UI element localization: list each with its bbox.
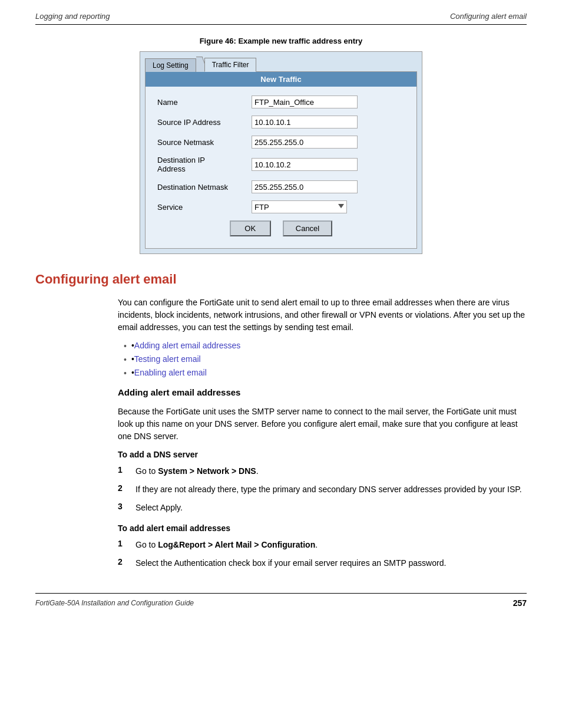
label-name: Name [157,98,252,107]
links-list: • Adding alert email addresses • Testing… [118,341,527,378]
footer-right: 257 [513,598,527,608]
email-step-num-2: 2 [118,557,135,566]
dialog-wrapper: Log Setting Traffic Filter New Traffic [35,51,527,254]
cancel-button[interactable]: Cancel [283,220,332,236]
step-num-3: 3 [118,502,135,511]
dns-steps-list: 1 Go to System > Network > DNS. 2 If the… [118,465,527,514]
step-num-2: 2 [118,483,135,493]
header-left: Logging and reporting [35,12,110,21]
label-source-ip: Source IP Address [157,118,252,127]
input-source-netmask[interactable] [252,136,358,149]
page-header: Logging and reporting Configuring alert … [35,12,527,25]
page-footer: FortiGate-50A Installation and Configura… [35,593,527,608]
section-heading: Configuring alert email [35,272,527,287]
link-testing-alert[interactable]: Testing alert email [134,354,201,364]
intro-text: You can configure the FortiGate unit to … [118,297,527,334]
step-text-2: If they are not already there, type the … [135,483,527,496]
service-select-wrapper: FTP HTTP SMTP [252,200,358,213]
label-service: Service [157,203,252,212]
footer-left: FortiGate-50A Installation and Configura… [35,599,194,607]
email-step-num-1: 1 [118,539,135,548]
form-row-dest-netmask: Destination Netmask [157,180,405,193]
label-source-netmask: Source Netmask [157,138,252,147]
dialog-inner: New Traffic Name Source IP Address Sou [145,71,417,249]
dialog-box: Log Setting Traffic Filter New Traffic [140,51,422,254]
figure-caption: Figure 46: Example new traffic address e… [35,37,527,45]
header-right: Configuring alert email [450,12,527,21]
email-steps-list: 1 Go to Log&Report > Alert Mail > Config… [118,539,527,569]
list-item-link-3: • Enabling alert email [124,368,527,378]
label-dest-ip: Destination IPAddress [157,156,252,173]
email-step-text-1: Go to Log&Report > Alert Mail > Configur… [135,539,527,551]
subsection-body: Because the FortiGate unit uses the SMTP… [118,406,527,443]
select-service[interactable]: FTP HTTP SMTP [252,200,347,213]
dns-step-2: 2 If they are not already there, type th… [118,483,527,496]
label-dest-netmask: Destination Netmask [157,183,252,192]
main-content: You can configure the FortiGate unit to … [118,297,527,569]
step-text-3: Select Apply. [135,502,527,514]
dialog-buttons: OK Cancel [157,220,405,239]
list-item-link-2: • Testing alert email [124,354,527,364]
input-source-ip[interactable] [252,116,358,129]
input-dest-ip[interactable] [252,158,358,171]
input-name[interactable] [252,95,358,108]
procedure-heading-email: To add alert email addresses [118,523,527,533]
form-row-dest-ip: Destination IPAddress [157,156,405,173]
tab-area: Log Setting Traffic Filter [145,57,417,72]
procedure-heading-dns: To add a DNS server [118,450,527,459]
form-row-name: Name [157,95,405,108]
email-step-2: 2 Select the Authentication check box if… [118,557,527,569]
email-step-text-2: Select the Authentication check box if y… [135,557,527,569]
dialog-title-bar: New Traffic [146,72,416,87]
input-dest-netmask[interactable] [252,180,358,193]
subsection-heading-adding: Adding alert email addresses [118,387,527,397]
form-row-source-ip: Source IP Address [157,116,405,129]
form-row-source-netmask: Source Netmask [157,136,405,149]
form-row-service: Service FTP HTTP SMTP [157,200,405,213]
list-item-link-1: • Adding alert email addresses [124,341,527,351]
tab-traffic-filter[interactable]: Traffic Filter [204,58,257,72]
step-num-1: 1 [118,465,135,475]
step-text-1: Go to System > Network > DNS. [135,465,527,477]
dns-step-3: 3 Select Apply. [118,502,527,514]
dialog-content: Name Source IP Address Source Netmask [146,87,416,248]
tab-log-setting[interactable]: Log Setting [145,58,196,72]
link-adding-alert[interactable]: Adding alert email addresses [134,341,241,350]
email-step-1: 1 Go to Log&Report > Alert Mail > Config… [118,539,527,551]
link-enabling-alert[interactable]: Enabling alert email [134,368,207,377]
ok-button[interactable]: OK [230,220,271,236]
dns-step-1: 1 Go to System > Network > DNS. [118,465,527,477]
